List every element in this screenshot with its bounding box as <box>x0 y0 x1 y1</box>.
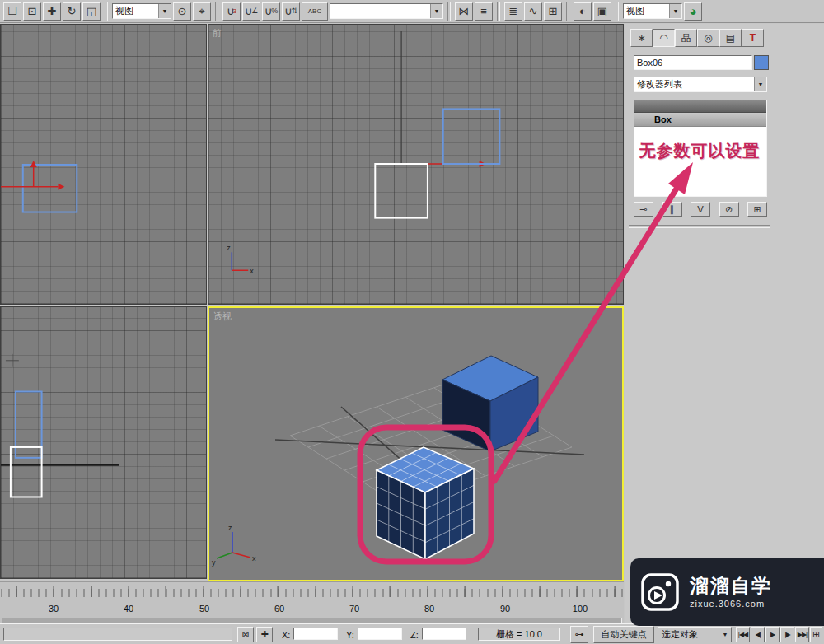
timeline-tick-label: 80 <box>420 604 438 614</box>
schematic-icon: ⊞ <box>549 6 558 16</box>
x-coordinate-label: X: <box>282 630 290 640</box>
region-select-icon: ☐ <box>7 6 17 16</box>
named-selection-sets-dropdown[interactable]: ▼ <box>330 3 443 19</box>
make-unique-button[interactable]: ∀ <box>691 202 710 217</box>
tab-create[interactable]: ∗ <box>630 29 653 47</box>
tab-display[interactable]: ▤ <box>719 29 742 47</box>
render-setup-button[interactable]: ▣ <box>593 2 611 21</box>
front-view-wireframe: z x <box>208 25 623 304</box>
viewport-perspective-label: 透视 <box>213 310 232 323</box>
selection-set-dropdown[interactable]: 选定对象 ▼ <box>658 627 732 642</box>
timeline-tick-label: 30 <box>44 604 63 614</box>
z-coordinate-field[interactable] <box>422 628 466 640</box>
render-setup-icon: ▣ <box>597 6 607 16</box>
previous-frame-button[interactable]: ◀| <box>751 627 765 642</box>
modifier-list-dropdown[interactable]: 修改器列表 ▼ <box>634 77 767 92</box>
tab-utilities[interactable]: T <box>742 29 764 47</box>
chevron-down-icon[interactable]: ▼ <box>430 4 442 18</box>
back-box <box>442 356 538 451</box>
viewport-top-left[interactable] <box>0 24 207 305</box>
move-button[interactable]: ✚ <box>43 2 61 21</box>
curve-editor-button[interactable]: ∿ <box>524 2 542 21</box>
play-icon: ▶ <box>770 631 775 638</box>
watermark-text-block: 溜溜自学 zixue.3066.com <box>690 576 772 609</box>
previous-frame-icon: ◀| <box>755 631 760 638</box>
object-color-swatch[interactable] <box>754 55 769 70</box>
pin-stack-button[interactable]: ⊸ <box>634 202 653 217</box>
select-manipulate-button[interactable]: ⌖ <box>193 2 211 21</box>
tab-motion[interactable]: ◎ <box>697 29 719 47</box>
selection-set-value: 选定对象 <box>658 628 719 641</box>
watermark-url: zixue.3066.com <box>690 599 772 609</box>
chevron-down-icon[interactable]: ▼ <box>158 4 171 18</box>
material-editor-icon: ◐ <box>579 6 586 16</box>
show-end-result-button[interactable]: ∥ <box>662 202 682 217</box>
modifier-stack[interactable]: Box <box>634 100 767 197</box>
y-coordinate-field[interactable] <box>358 628 402 640</box>
snap-mode-label: 3 <box>233 8 236 15</box>
viewport-perspective[interactable]: 透视 <box>208 306 624 581</box>
material-editor-button[interactable]: ◐ <box>574 2 592 21</box>
spinner-snap-button[interactable]: ∪⇅ <box>282 2 300 21</box>
viewport-layout-button[interactable]: ⊞ <box>810 627 822 642</box>
modifier-stack-toolbar: ⊸ ∥ ∀ ⊘ ⊞ <box>634 202 767 217</box>
go-to-end-icon: ▶▶| <box>798 631 807 638</box>
selected-box <box>377 447 474 559</box>
region-select-button[interactable]: ☐ <box>3 2 21 21</box>
object-name-field[interactable] <box>634 55 752 70</box>
tab-modify[interactable]: ◠ <box>653 29 675 47</box>
absolute-offset-icon: ✚ <box>260 629 268 640</box>
quick-render-button[interactable]: ◕ <box>684 2 702 21</box>
track-bar[interactable]: 30 40 50 60 70 80 90 100 <box>0 581 624 624</box>
move-icon: ✚ <box>48 6 57 16</box>
render-viewport-dropdown[interactable]: 视图 ▼ <box>623 3 682 19</box>
motion-icon: ◎ <box>704 32 712 44</box>
snap-toggle-button[interactable]: ∪3 <box>222 2 241 21</box>
hierarchy-icon: 品 <box>681 31 691 45</box>
display-icon: ▤ <box>726 32 735 44</box>
set-key-button[interactable]: ⊶ <box>570 626 588 643</box>
tab-hierarchy[interactable]: 品 <box>675 29 697 47</box>
svg-text:x: x <box>250 267 254 275</box>
selection-filter-icon: ⊡ <box>28 6 37 16</box>
scale-button[interactable]: ◱ <box>82 2 101 21</box>
percent-snap-button[interactable]: ∪% <box>262 2 280 21</box>
mirror-button[interactable]: ⋈ <box>455 2 473 21</box>
show-end-result-icon: ∥ <box>670 204 675 215</box>
toolbar-separator <box>616 2 619 21</box>
timeline-tick-label: 40 <box>119 604 138 614</box>
grid-size-readout: 栅格 = 10.0 <box>478 628 560 641</box>
liuliu-logo-icon <box>640 572 680 612</box>
use-pivot-center-button[interactable]: ⊙ <box>173 2 191 21</box>
keyboard-shortcut-override-button[interactable]: ABC <box>302 2 328 21</box>
chevron-down-icon[interactable]: ▼ <box>719 628 731 642</box>
layer-manager-button[interactable]: ≣ <box>504 2 522 21</box>
absolute-offset-toggle-button[interactable]: ✚ <box>256 627 273 642</box>
chevron-down-icon[interactable]: ▼ <box>669 4 681 18</box>
reference-coordinate-dropdown[interactable]: 视图 ▼ <box>112 3 171 19</box>
align-button[interactable]: ≡ <box>475 2 493 21</box>
schematic-view-button[interactable]: ⊞ <box>544 2 562 21</box>
viewport-front[interactable]: 前 z x <box>208 24 624 305</box>
x-coordinate-field[interactable] <box>293 628 338 640</box>
watermark-title: 溜溜自学 <box>690 576 772 596</box>
rotate-button[interactable]: ↻ <box>63 2 81 21</box>
viewport-bottom-left[interactable] <box>0 306 207 579</box>
angle-snap-button[interactable]: ∪∠ <box>242 2 260 21</box>
go-to-end-button[interactable]: ▶▶| <box>795 627 809 642</box>
svg-text:z: z <box>228 524 232 532</box>
play-button[interactable]: ▶ <box>765 627 780 642</box>
selection-filter-button[interactable]: ⊡ <box>23 2 41 21</box>
track-bar-minor-ticks <box>0 589 624 597</box>
go-to-start-button[interactable]: |◀◀ <box>736 627 750 642</box>
configure-modifier-sets-button[interactable]: ⊞ <box>747 202 767 217</box>
layers-icon: ≣ <box>509 6 518 16</box>
modifier-list-label: 修改器列表 <box>634 78 754 91</box>
remove-modifier-button[interactable]: ⊘ <box>719 202 739 217</box>
auto-key-button[interactable]: 自动关键点 <box>593 626 654 643</box>
lock-selection-button[interactable]: ⊠ <box>237 627 254 642</box>
modifier-stack-item-box[interactable]: Box <box>634 113 766 127</box>
status-bar: ⊠ ✚ X: Y: Z: 栅格 = 10.0 ⊶ 自动关键点 选定对象 ▼ |◀… <box>0 623 824 644</box>
chevron-down-icon[interactable]: ▼ <box>754 77 766 91</box>
next-frame-button[interactable]: |▶ <box>780 627 794 642</box>
